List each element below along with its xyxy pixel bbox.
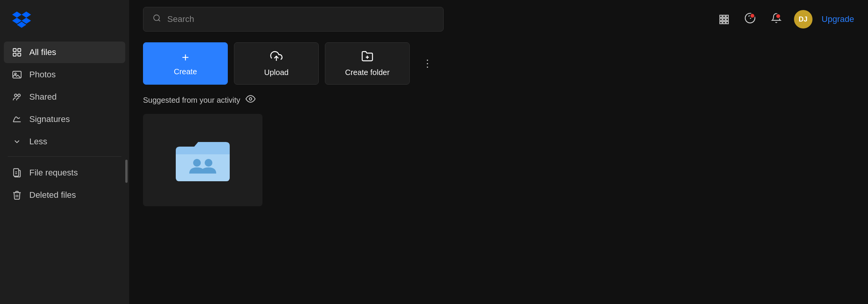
plus-icon: + [182, 51, 189, 63]
sidebar-item-all-files[interactable]: All files [4, 42, 125, 63]
svg-rect-1 [18, 48, 21, 52]
signatures-icon [12, 114, 22, 125]
create-folder-button[interactable]: Create folder [325, 42, 410, 85]
chevron-down-icon [12, 136, 22, 147]
sidebar-logo [0, 8, 129, 42]
svg-rect-16 [726, 18, 728, 21]
svg-rect-11 [720, 15, 722, 18]
sidebar-item-photos-label: Photos [29, 70, 56, 80]
help-button[interactable] [742, 11, 759, 28]
svg-point-6 [15, 94, 17, 97]
sidebar-item-signatures-label: Signatures [29, 114, 70, 124]
sidebar-item-file-requests-label: File requests [29, 168, 78, 178]
svg-rect-0 [13, 48, 16, 52]
svg-rect-8 [13, 169, 19, 176]
sidebar-divider [8, 156, 121, 157]
suggested-header: Suggested from your activity [143, 94, 854, 106]
search-icon [153, 14, 161, 25]
shared-folder-card[interactable] [143, 114, 262, 206]
sidebar-item-photos[interactable]: Photos [4, 64, 125, 85]
photos-icon [12, 69, 22, 80]
svg-point-7 [18, 94, 20, 97]
svg-rect-15 [723, 18, 725, 21]
svg-point-9 [154, 15, 160, 21]
sidebar-item-deleted-files[interactable]: Deleted files [4, 184, 125, 206]
create-folder-label: Create folder [345, 68, 390, 77]
sidebar-item-all-files-label: All files [29, 47, 56, 57]
deleted-files-icon [12, 190, 22, 200]
sidebar-item-shared-label: Shared [29, 92, 57, 102]
less-label: Less [29, 137, 47, 147]
svg-rect-13 [726, 15, 728, 18]
svg-rect-14 [720, 18, 722, 21]
svg-point-27 [205, 159, 212, 167]
sidebar-scrollbar[interactable] [125, 160, 128, 183]
sidebar-bottom-items: File requests Deleted files [0, 162, 129, 206]
main-content: Search [129, 0, 868, 304]
files-icon [12, 47, 22, 58]
header: Search [129, 0, 868, 38]
upgrade-button[interactable]: Upgrade [822, 14, 854, 24]
suggested-section: Suggested from your activity [129, 94, 868, 206]
sidebar: All files Photos [0, 0, 129, 304]
eye-icon[interactable] [246, 94, 256, 106]
sidebar-item-signatures[interactable]: Signatures [4, 109, 125, 130]
svg-rect-18 [723, 22, 725, 24]
create-label: Create [174, 67, 197, 76]
svg-rect-3 [18, 53, 21, 56]
actions-area: + Create Upload Crea [129, 38, 868, 94]
shared-folder-icon [172, 135, 234, 185]
notifications-button[interactable] [768, 11, 785, 28]
svg-point-25 [249, 98, 252, 100]
sidebar-bottom-nav: File requests Deleted files [0, 162, 129, 206]
svg-rect-17 [720, 22, 722, 24]
user-avatar[interactable]: DJ [794, 10, 812, 28]
sidebar-item-less[interactable]: Less [4, 131, 125, 152]
sidebar-item-file-requests[interactable]: File requests [4, 162, 125, 184]
more-options-button[interactable]: ⋮ [419, 55, 436, 72]
help-notification-badge [750, 13, 755, 18]
sidebar-item-deleted-files-label: Deleted files [29, 190, 76, 200]
svg-rect-2 [13, 53, 16, 56]
file-requests-icon [12, 167, 22, 178]
svg-rect-12 [723, 15, 725, 18]
search-bar[interactable]: Search [143, 7, 444, 32]
search-placeholder: Search [167, 14, 194, 24]
upload-label: Upload [264, 68, 288, 77]
header-actions: DJ Upgrade [715, 10, 854, 28]
dropbox-logo-icon [12, 12, 32, 28]
svg-point-26 [193, 159, 201, 167]
grid-apps-button[interactable] [715, 11, 732, 28]
upload-button[interactable]: Upload [234, 42, 319, 85]
upload-icon [270, 50, 283, 64]
svg-line-10 [158, 20, 160, 21]
folder-plus-icon [361, 50, 373, 64]
sidebar-nav: All files Photos [0, 42, 129, 152]
sidebar-item-shared[interactable]: Shared [4, 86, 125, 108]
svg-rect-19 [726, 22, 728, 24]
create-button[interactable]: + Create [143, 42, 228, 85]
shared-icon [12, 92, 22, 102]
notifications-badge [775, 13, 781, 19]
avatar-initials: DJ [799, 15, 807, 23]
suggested-title: Suggested from your activity [143, 96, 240, 105]
more-icon: ⋮ [422, 58, 432, 70]
